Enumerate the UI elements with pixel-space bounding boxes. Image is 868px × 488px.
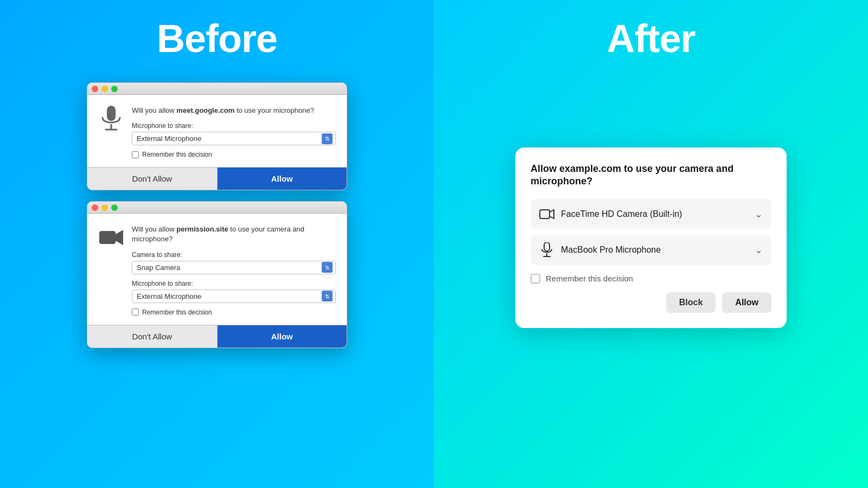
block-button[interactable]: Block	[666, 292, 716, 313]
svg-rect-5	[540, 210, 550, 219]
remember-checkbox-1[interactable]: Remember this decision	[132, 151, 336, 158]
after-panel: After Allow example.com to use your came…	[434, 0, 868, 488]
svg-marker-4	[116, 230, 123, 245]
remember-checkbox-2[interactable]: Remember this decision	[132, 309, 336, 316]
camera-chevron-icon[interactable]: ⌄	[755, 208, 763, 220]
remember-label-1: Remember this decision	[142, 151, 212, 158]
camera-device-icon	[539, 207, 554, 222]
camera-icon	[98, 224, 124, 251]
remember-label-2: Remember this decision	[142, 309, 212, 316]
after-dialog-title: Allow example.com to use your camera and…	[531, 163, 771, 188]
after-remember-checkbox[interactable]	[531, 274, 540, 284]
dialog-footer-1: Don't Allow Allow	[87, 167, 347, 190]
before-panel: Before Will y	[0, 0, 434, 488]
dialog1-suffix: to use your microphone?	[234, 106, 314, 114]
microphone-label-2: Microphone to share:	[132, 280, 336, 287]
after-allow-button[interactable]: Allow	[722, 292, 771, 313]
svg-rect-3	[99, 231, 116, 244]
camera-select-2[interactable]: Snap Camera	[132, 261, 336, 274]
after-title: After	[607, 16, 695, 61]
microphone-icon	[98, 106, 124, 132]
dont-allow-button-2[interactable]: Don't Allow	[87, 325, 218, 348]
camera-select-wrapper-2: Snap Camera ⇅	[132, 261, 336, 274]
dialog2-domain: permission.site	[176, 225, 228, 233]
dialog-titlebar-2	[87, 202, 347, 214]
titlebar-close-2[interactable]	[92, 204, 98, 211]
microphone-select-wrapper-1: External Microphone ⇅	[132, 132, 336, 145]
microphone-chevron-icon[interactable]: ⌄	[755, 244, 763, 256]
microphone-select-2[interactable]: External Microphone	[132, 290, 336, 303]
titlebar-close-1[interactable]	[92, 86, 98, 92]
dont-allow-button-1[interactable]: Don't Allow	[87, 168, 218, 190]
camera-device-row: FaceTime HD Camera (Built-in) ⌄	[531, 199, 771, 229]
microphone-select-1[interactable]: External Microphone	[132, 132, 336, 145]
dialog-message-2: Will you allow permission.site to use yo…	[132, 224, 336, 244]
svg-rect-7	[544, 242, 550, 251]
titlebar-minimize-1[interactable]	[101, 86, 108, 92]
before-dialogs: Will you allow meet.google.com to use yo…	[87, 82, 347, 348]
after-remember-label[interactable]: Remember this decision	[531, 274, 771, 284]
before-title: Before	[157, 16, 277, 61]
dialog-content-1: Will you allow meet.google.com to use yo…	[132, 106, 336, 158]
svg-rect-0	[107, 106, 116, 121]
microphone-select-wrapper-2: External Microphone ⇅	[132, 290, 336, 303]
after-remember-text: Remember this decision	[546, 274, 633, 283]
dialog1-domain: meet.google.com	[176, 106, 234, 114]
allow-button-2[interactable]: Allow	[218, 325, 347, 348]
allow-button-1[interactable]: Allow	[218, 168, 347, 190]
camera-device-name: FaceTime HD Camera (Built-in)	[561, 209, 748, 219]
after-dialog-footer: Block Allow	[531, 292, 771, 313]
dialog-body-2: Will you allow permission.site to use yo…	[87, 214, 347, 324]
titlebar-maximize-2[interactable]	[111, 204, 118, 211]
microphone-device-row: MacBook Pro Microphone ⌄	[531, 235, 771, 265]
svg-marker-6	[550, 210, 554, 219]
dialog-titlebar-1	[87, 83, 347, 95]
dialog-footer-2: Don't Allow Allow	[87, 325, 347, 348]
dialog-body-1: Will you allow meet.google.com to use yo…	[87, 95, 347, 167]
before-dialog-2: Will you allow permission.site to use yo…	[87, 201, 347, 348]
microphone-device-icon	[539, 242, 554, 258]
camera-label-2: Camera to share:	[132, 251, 336, 259]
dialog-content-2: Will you allow permission.site to use yo…	[132, 224, 336, 316]
before-dialog-1: Will you allow meet.google.com to use yo…	[87, 82, 347, 190]
remember-input-2[interactable]	[132, 309, 139, 316]
titlebar-minimize-2[interactable]	[101, 204, 108, 211]
titlebar-maximize-1[interactable]	[111, 86, 118, 92]
after-dialog: Allow example.com to use your camera and…	[515, 147, 787, 328]
dialog-message-1: Will you allow meet.google.com to use yo…	[132, 106, 336, 115]
microphone-device-name: MacBook Pro Microphone	[561, 245, 748, 255]
microphone-label-1: Microphone to share:	[132, 122, 336, 130]
remember-input-1[interactable]	[132, 151, 139, 158]
